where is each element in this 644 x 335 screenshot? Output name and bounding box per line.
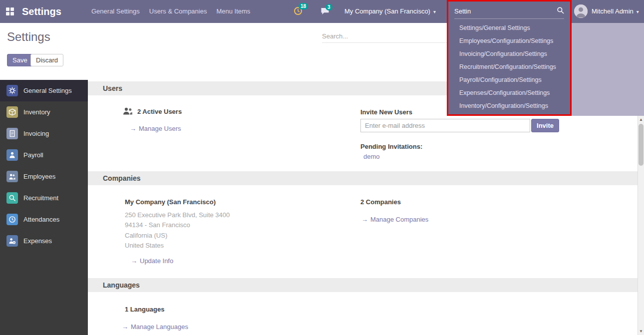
- address-line: United States: [125, 241, 230, 251]
- menu-search-dropdown: Settings/General Settings Employees/Conf…: [447, 0, 572, 116]
- top-menu-item-users-companies[interactable]: Users & Companies: [149, 0, 207, 23]
- sidebar-item-recruitment[interactable]: Recruitment: [0, 187, 88, 209]
- inventory-box-icon: [6, 106, 18, 118]
- discard-button[interactable]: Discard: [30, 54, 63, 66]
- user-avatar[interactable]: [574, 4, 588, 18]
- company-name: My Company (San Francisco): [125, 198, 216, 206]
- languages-count: 1 Languages: [125, 306, 164, 313]
- sidebar-item-invoicing[interactable]: Invoicing: [0, 123, 88, 144]
- dropdown-backdrop: [572, 23, 644, 116]
- company-switcher[interactable]: My Company (San Francisco)▾: [344, 0, 436, 23]
- arrow-right-icon: →: [361, 216, 368, 223]
- invite-new-users-label: Invite New Users: [360, 108, 412, 116]
- chevron-down-icon: ▾: [637, 9, 639, 14]
- sidebar-item-label: Attendances: [23, 216, 59, 223]
- menu-search-input-row: [454, 6, 564, 19]
- sidebar-item-label: Inventory: [23, 108, 50, 116]
- menu-search-result[interactable]: Payroll/Configuration/Settings: [448, 73, 570, 86]
- address-line: California (US): [125, 231, 230, 241]
- arrow-right-icon: →: [122, 323, 128, 331]
- update-info-link[interactable]: →Update Info: [131, 257, 173, 265]
- sidebar-item-label: Invoicing: [23, 130, 49, 137]
- menu-search-result[interactable]: Expenses/Configuration/Settings: [448, 86, 570, 99]
- invite-row: Invite: [360, 119, 559, 132]
- app-title: Settings: [22, 0, 61, 23]
- scroll-down-button[interactable]: ▼: [638, 329, 644, 334]
- sidebar-item-label: Recruitment: [23, 194, 58, 202]
- invite-email-input[interactable]: [360, 119, 530, 132]
- payroll-person-icon: [6, 149, 18, 161]
- section-languages-header: Languages: [88, 278, 638, 292]
- scroll-up-button[interactable]: ▲: [638, 117, 644, 122]
- manage-languages-link[interactable]: →Manage Languages: [122, 323, 188, 331]
- page-title: Settings: [7, 30, 50, 44]
- attendance-clock-icon: [6, 214, 18, 225]
- chevron-down-icon: ▾: [433, 9, 436, 14]
- activity-count-badge: 18: [299, 3, 308, 9]
- sidebar-item-attendances[interactable]: Attendances: [0, 209, 88, 230]
- arrow-right-icon: →: [131, 257, 137, 265]
- invite-button[interactable]: Invite: [531, 119, 559, 132]
- section-companies-header: Companies: [88, 171, 638, 185]
- activity-clock-icon[interactable]: 18: [294, 6, 303, 17]
- employees-people-icon: [6, 171, 18, 182]
- active-users-row: 2 Active Users: [123, 107, 182, 116]
- search-icon[interactable]: [557, 6, 564, 15]
- menu-search-result[interactable]: Invoicing/Configuration/Settings: [448, 47, 570, 60]
- users-icon: [123, 107, 133, 116]
- manage-companies-link[interactable]: →Manage Companies: [361, 216, 428, 223]
- sidebar-item-label: Employees: [23, 173, 55, 180]
- sidebar-item-inventory[interactable]: Inventory: [0, 101, 88, 123]
- menu-search-results: Settings/General Settings Employees/Conf…: [448, 21, 570, 112]
- sidebar-item-label: Expenses: [23, 237, 52, 245]
- menu-search-input[interactable]: [454, 7, 554, 15]
- settings-sidebar: General Settings Inventory Invoicing Pay…: [0, 80, 88, 335]
- apps-grid-icon[interactable]: [6, 7, 14, 15]
- address-line: 94134 - San Francisco: [125, 220, 230, 230]
- gear-icon: [6, 85, 18, 96]
- arrow-right-icon: →: [130, 125, 136, 132]
- messages-count-badge: 3: [325, 4, 332, 10]
- sidebar-item-employees[interactable]: Employees: [0, 166, 88, 187]
- top-menu: General Settings Users & Companies Menu …: [91, 0, 250, 23]
- sidebar-item-general-settings[interactable]: General Settings: [0, 80, 88, 101]
- sidebar-item-label: General Settings: [23, 87, 72, 94]
- menu-search-result[interactable]: Settings/General Settings: [448, 21, 570, 34]
- recruitment-magnifier-icon: [6, 192, 18, 204]
- address-line: 250 Executive Park Blvd, Suite 3400: [125, 210, 230, 220]
- odoo-settings-screen: Settings General Settings Users & Compan…: [0, 0, 644, 335]
- menu-search-result[interactable]: Recruitment/Configuration/Settings: [448, 60, 570, 73]
- sidebar-item-payroll[interactable]: Payroll: [0, 144, 88, 166]
- menu-search-result[interactable]: Inventory/Configuration/Settings: [448, 99, 570, 112]
- settings-content: Users 2 Active Users →Manage Users Invit…: [88, 80, 638, 335]
- vertical-scrollbar[interactable]: ▲ ▼: [638, 116, 644, 335]
- sidebar-item-expenses[interactable]: Expenses: [0, 230, 88, 252]
- pending-invitations-label: Pending Invitations:: [360, 143, 422, 150]
- top-menu-item-general-settings[interactable]: General Settings: [91, 0, 140, 23]
- pending-user-demo-link[interactable]: demo: [363, 153, 380, 160]
- user-menu[interactable]: Mitchell Admin▾: [592, 0, 639, 23]
- save-button[interactable]: Save: [7, 54, 33, 66]
- invoice-document-icon: [6, 128, 18, 139]
- expenses-coin-icon: [6, 235, 18, 247]
- active-users-count: 2 Active Users: [137, 108, 182, 115]
- companies-count: 2 Companies: [360, 198, 401, 206]
- company-address: 250 Executive Park Blvd, Suite 3400 9413…: [125, 210, 230, 251]
- messages-chat-icon[interactable]: 3: [321, 7, 329, 16]
- menu-search-result[interactable]: Employees/Configuration/Settings: [448, 34, 570, 47]
- scrollbar-thumb[interactable]: [639, 124, 644, 166]
- sidebar-item-label: Payroll: [23, 151, 43, 159]
- manage-users-link[interactable]: →Manage Users: [130, 125, 181, 132]
- top-menu-item-menu-items[interactable]: Menu Items: [216, 0, 250, 23]
